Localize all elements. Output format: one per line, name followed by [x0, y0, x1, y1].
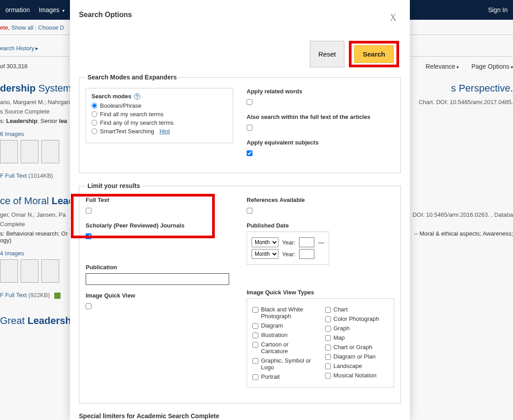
- result-authors: ano, Margaret M.; Nahrgan: [0, 99, 70, 105]
- thumbnail[interactable]: [21, 140, 39, 163]
- choose-db-link[interactable]: Choose D: [38, 24, 64, 31]
- result-subjects: s: Behavioral research; Or ogy): [0, 230, 68, 244]
- thumbnail[interactable]: [41, 259, 59, 283]
- nav-information[interactable]: ormation: [5, 6, 30, 13]
- chevron-down-icon: ▾: [62, 8, 65, 13]
- result-doi: Chart. DOI: 10.5465/amr.2017.0485.: [419, 99, 513, 115]
- fulltext-within-checkbox[interactable]: [247, 125, 252, 131]
- date-range-dash: —: [318, 239, 324, 246]
- mode-all-radio[interactable]: [91, 111, 97, 117]
- iqv-color-photo[interactable]: Color Photograph: [325, 315, 389, 322]
- month-from-select[interactable]: Month: [252, 237, 278, 247]
- reset-button[interactable]: Reset: [310, 41, 344, 67]
- publication-input[interactable]: [86, 273, 229, 285]
- fulltext-within-label: Also search within the full text of the …: [247, 114, 394, 120]
- iqv-bw[interactable]: Black and White Photograph: [252, 306, 316, 319]
- close-icon[interactable]: X: [390, 13, 396, 23]
- iqv-types-box: Black and White Photograph Diagram Illus…: [247, 298, 394, 388]
- search-modes-fieldset: Search Modes and Expanders Search modes?…: [79, 74, 401, 173]
- thumbnail[interactable]: [21, 259, 39, 283]
- references-checkbox[interactable]: [247, 208, 252, 214]
- scholarly-checkbox[interactable]: [86, 233, 91, 239]
- mode-boolean[interactable]: Boolean/Phrase: [91, 102, 227, 109]
- iqv-chart[interactable]: Chart: [325, 306, 389, 313]
- thumbnail[interactable]: [0, 259, 18, 283]
- month-to-select[interactable]: Month: [252, 249, 278, 259]
- year-from-input[interactable]: [299, 237, 314, 247]
- fulltext-label: Full Text: [86, 197, 233, 203]
- chevron-down-icon: ▾: [456, 65, 459, 70]
- image-quickview-label: Image Quick View: [86, 292, 233, 299]
- published-date-label: Published Date: [247, 222, 394, 229]
- thumbnail[interactable]: [0, 140, 18, 163]
- iqv-graph[interactable]: Graph: [325, 325, 389, 332]
- breadcrumb-ete[interactable]: ete,: [0, 24, 10, 31]
- nav-images[interactable]: Images ▾: [39, 6, 65, 13]
- scholarly-label: Scholarly (Peer Reviewed) Journals: [86, 222, 233, 229]
- search-options-modal: Search Options X Reset Search Search Mod…: [70, 0, 410, 420]
- year-to-input[interactable]: [299, 249, 314, 259]
- mode-any-radio[interactable]: [91, 120, 97, 126]
- iqv-types-label: Image Quick View Types: [247, 289, 394, 296]
- result-doi: DOI: 10.5465/amr.2016.0263. , Databa: [413, 211, 513, 228]
- iqv-map[interactable]: Map: [325, 334, 389, 341]
- iqv-graphic-symbol-logo[interactable]: Graphic, Symbol or Logo: [252, 357, 316, 371]
- equivalent-subjects-label: Apply equivalent subjects: [247, 139, 394, 146]
- iqv-cartoon[interactable]: Cartoon or Caricature: [252, 341, 316, 354]
- year-to-label: Year:: [282, 251, 296, 258]
- mode-any-terms[interactable]: Find any of my search terms: [91, 119, 227, 126]
- modal-title: Search Options: [79, 11, 132, 19]
- limit-results-legend: Limit your results: [86, 182, 142, 189]
- iqv-landscape[interactable]: Landscape: [325, 363, 389, 369]
- chevron-down-icon: ▾: [511, 65, 513, 70]
- result-source: s Source Complete: [0, 108, 70, 115]
- result-authors: ger, Omar N.; Jansen, Pa: [0, 211, 66, 218]
- chevron-right-icon: ▸: [35, 45, 39, 52]
- show-all-link[interactable]: Show all: [11, 24, 33, 31]
- year-from-label: Year:: [282, 239, 296, 246]
- help-icon[interactable]: ?: [134, 93, 140, 100]
- sort-relevance[interactable]: Relevance▾: [426, 63, 459, 70]
- special-limiters-legend: Special limiters for Academic Search Com…: [79, 412, 401, 420]
- result-source: Complete: [0, 221, 66, 228]
- mode-all-terms[interactable]: Find all my search terms: [91, 111, 227, 118]
- related-words-checkbox[interactable]: [247, 99, 252, 105]
- fulltext-icon: [54, 293, 61, 299]
- search-button-highlight: Search: [349, 41, 399, 67]
- limit-results-fieldset: Limit your results Full Text Scholarly (…: [79, 182, 401, 403]
- iqv-chart-or-graph[interactable]: Chart or Graph: [325, 344, 389, 350]
- search-modes-box: Search modes? Boolean/Phrase Find all my…: [86, 88, 233, 143]
- related-words-label: Apply related words: [247, 88, 394, 95]
- mode-smarttext-radio[interactable]: [91, 128, 97, 134]
- fulltext-checkbox[interactable]: [86, 208, 91, 214]
- result-subjects-tail: -- Moral & ethical aspects; Awareness;: [414, 230, 513, 244]
- mode-smarttext[interactable]: SmartText Searching Hint: [91, 128, 227, 135]
- iqv-diagram[interactable]: Diagram: [252, 322, 316, 329]
- hint-link[interactable]: Hint: [160, 128, 170, 135]
- sign-in-link[interactable]: Sign In: [488, 6, 508, 13]
- equivalent-subjects-checkbox[interactable]: [247, 150, 252, 156]
- image-quickview-checkbox[interactable]: [86, 303, 91, 309]
- iqv-diagram-or-plan[interactable]: Diagram or Plan: [325, 353, 389, 360]
- page-options[interactable]: Page Options▾: [471, 63, 513, 70]
- references-label: References Available: [247, 197, 394, 203]
- result-count: of 303,316: [0, 63, 27, 70]
- mode-boolean-radio[interactable]: [91, 103, 97, 109]
- publication-label: Publication: [86, 264, 233, 271]
- search-modes-legend: Search Modes and Expanders: [86, 74, 178, 81]
- search-modes-label: Search modes?: [91, 93, 227, 100]
- search-button[interactable]: Search: [354, 45, 394, 63]
- iqv-portrait[interactable]: Portrait: [252, 373, 316, 380]
- iqv-musical-notation[interactable]: Musical Notation: [325, 372, 389, 379]
- iqv-illustration[interactable]: Illustration: [252, 332, 316, 338]
- thumbnail[interactable]: [41, 140, 59, 163]
